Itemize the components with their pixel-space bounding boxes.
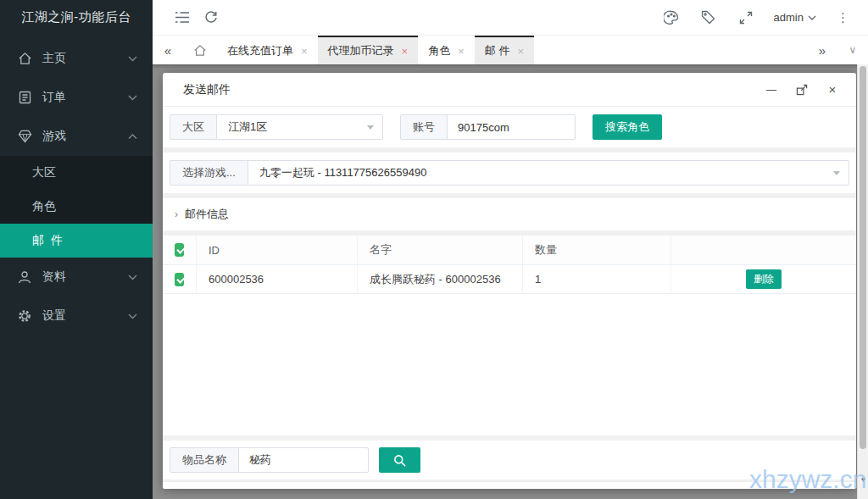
item-action-cell: 删除 bbox=[671, 265, 856, 293]
sidebar-item-settings[interactable]: 设置 bbox=[0, 297, 153, 335]
search-role-button[interactable]: 搜索角色 bbox=[593, 114, 662, 140]
item-qty-cell: 1 bbox=[523, 265, 671, 293]
tabs-scroll-left-button[interactable]: « bbox=[153, 36, 183, 64]
tabbar-right-controls: » ∨ bbox=[807, 36, 868, 64]
item-name-group: 物品名称 bbox=[170, 447, 369, 473]
sidebar-item-label: 设置 bbox=[42, 308, 128, 324]
topbar-right: admin ⋮ bbox=[657, 3, 856, 32]
select-all-checkbox[interactable] bbox=[175, 243, 184, 257]
sidebar-item-profile[interactable]: 资料 bbox=[0, 258, 153, 297]
tab-home-icon[interactable] bbox=[183, 36, 217, 64]
chevron-down-icon bbox=[128, 95, 137, 101]
tab-label: 角色 bbox=[428, 43, 450, 58]
scrollbar-thumb[interactable] bbox=[860, 66, 866, 449]
modal-title: 发送邮件 bbox=[183, 82, 231, 97]
chevron-up-icon bbox=[128, 134, 137, 140]
sidebar-item-games[interactable]: 游戏 bbox=[0, 117, 153, 156]
tab-close-icon[interactable]: × bbox=[458, 45, 465, 58]
game-select-group: 选择游戏... 九零一起玩 - 11311775626559490 bbox=[170, 160, 849, 186]
mail-items-table: ID 名字 数量 600002536 成长腾跃秘药 - 600002536 1 … bbox=[163, 236, 856, 435]
tab-label: 在线充值订单 bbox=[227, 43, 293, 58]
games-submenu: 大区 角色 邮 件 bbox=[0, 156, 153, 258]
region-selected-value: 江湖1区 bbox=[228, 119, 267, 135]
vertical-scrollbar[interactable]: ▼ bbox=[857, 64, 868, 499]
item-name-label: 物品名称 bbox=[170, 448, 239, 472]
gear-icon bbox=[17, 308, 32, 324]
subitem-label: 邮 件 bbox=[32, 233, 64, 248]
modal-window-controls: — × bbox=[765, 83, 839, 97]
tab-label: 邮 件 bbox=[485, 43, 510, 58]
collapse-chevron-icon: › bbox=[175, 208, 178, 220]
app-title: 江湖之涧-功能后台 bbox=[0, 0, 153, 34]
search-form-row: 大区 江湖1区 账号 搜索角色 bbox=[163, 107, 856, 147]
tab-bar: « 在线充值订单 × 代理加币记录 × 角色 × 邮 件 × » ∨ bbox=[153, 36, 868, 64]
profile-icon bbox=[17, 269, 32, 285]
menu-fold-icon[interactable] bbox=[168, 3, 197, 32]
sidebar-item-orders[interactable]: 订单 bbox=[0, 78, 153, 117]
sidebar-subitem-role[interactable]: 角色 bbox=[0, 190, 153, 224]
refresh-icon[interactable] bbox=[197, 3, 225, 32]
tab-label: 代理加币记录 bbox=[328, 43, 394, 58]
game-select[interactable]: 九零一起玩 - 11311775626559490 bbox=[248, 161, 849, 185]
column-header-name: 名字 bbox=[358, 236, 523, 264]
sidebar-item-label: 主页 bbox=[42, 51, 128, 66]
tab-role[interactable]: 角色 × bbox=[418, 36, 475, 64]
subitem-label: 大区 bbox=[32, 165, 56, 180]
game-selected-value: 九零一起玩 - 11311775626559490 bbox=[259, 165, 427, 180]
tab-mail[interactable]: 邮 件 × bbox=[475, 36, 534, 64]
close-icon[interactable]: × bbox=[826, 83, 839, 97]
sidebar: 江湖之涧-功能后台 主页 订单 游戏 bbox=[0, 0, 153, 499]
home-icon bbox=[17, 51, 32, 66]
sidebar-item-label: 游戏 bbox=[42, 129, 128, 144]
item-search-row: 物品名称 bbox=[163, 441, 856, 480]
tabs-dropdown-button[interactable]: ∨ bbox=[837, 44, 868, 56]
fullscreen-icon[interactable] bbox=[732, 3, 760, 32]
tab-close-icon[interactable]: × bbox=[402, 45, 409, 58]
item-search-button[interactable] bbox=[379, 447, 420, 473]
table-header-row: ID 名字 数量 bbox=[163, 236, 856, 265]
maximize-icon[interactable] bbox=[795, 83, 809, 97]
chevron-down-icon bbox=[808, 15, 816, 20]
tabs-scroll-right-button[interactable]: » bbox=[807, 43, 837, 58]
tab-close-icon[interactable]: × bbox=[301, 45, 308, 58]
scrollbar-down-arrow[interactable]: ▼ bbox=[858, 476, 868, 484]
delete-button[interactable]: 删除 bbox=[746, 269, 782, 289]
tab-online-recharge-orders[interactable]: 在线充值订单 × bbox=[217, 36, 318, 64]
content-overlay: 发送邮件 — × 大区 江湖1区 账号 bbox=[153, 64, 868, 499]
account-input-group: 账号 bbox=[400, 114, 576, 140]
sidebar-item-home[interactable]: 主页 bbox=[0, 39, 153, 78]
select-all-cell bbox=[163, 236, 197, 264]
tab-agent-coin-records[interactable]: 代理加币记录 × bbox=[318, 36, 419, 64]
caret-down-icon bbox=[833, 171, 840, 175]
tab-close-icon[interactable]: × bbox=[517, 45, 524, 58]
item-name-input[interactable] bbox=[239, 448, 368, 472]
minimize-icon[interactable]: — bbox=[765, 83, 778, 97]
chevron-down-icon bbox=[128, 313, 137, 319]
chevron-down-icon bbox=[128, 56, 137, 62]
game-select-label: 选择游戏... bbox=[170, 161, 248, 185]
sidebar-subitem-region[interactable]: 大区 bbox=[0, 156, 153, 190]
column-header-qty: 数量 bbox=[523, 236, 671, 264]
modal-body: 大区 江湖1区 账号 搜索角色 选择游戏... 九零一起玩 - 1 bbox=[163, 107, 856, 489]
tag-icon[interactable] bbox=[694, 3, 723, 32]
clipped-row bbox=[163, 481, 856, 489]
row-checkbox[interactable] bbox=[175, 273, 184, 286]
column-header-action bbox=[671, 236, 856, 264]
mail-info-collapse[interactable]: › 邮件信息 bbox=[163, 198, 856, 230]
game-gem-icon bbox=[17, 129, 32, 144]
item-name-cell: 成长腾跃秘药 - 600002536 bbox=[358, 265, 523, 293]
item-id-cell: 600002536 bbox=[197, 265, 358, 293]
caret-down-icon bbox=[367, 125, 374, 130]
modal-header: 发送邮件 — × bbox=[163, 73, 856, 107]
theme-palette-icon[interactable] bbox=[657, 3, 686, 32]
username: admin bbox=[774, 11, 804, 24]
subitem-label: 角色 bbox=[32, 199, 56, 214]
account-input[interactable] bbox=[448, 115, 575, 139]
sidebar-subitem-mail[interactable]: 邮 件 bbox=[0, 224, 153, 258]
orders-icon bbox=[17, 90, 32, 105]
region-select[interactable]: 江湖1区 bbox=[217, 115, 382, 139]
more-menu-icon[interactable]: ⋮ bbox=[830, 10, 856, 25]
account-label: 账号 bbox=[401, 115, 448, 139]
user-menu[interactable]: admin bbox=[769, 11, 821, 24]
column-header-id: ID bbox=[197, 236, 358, 264]
